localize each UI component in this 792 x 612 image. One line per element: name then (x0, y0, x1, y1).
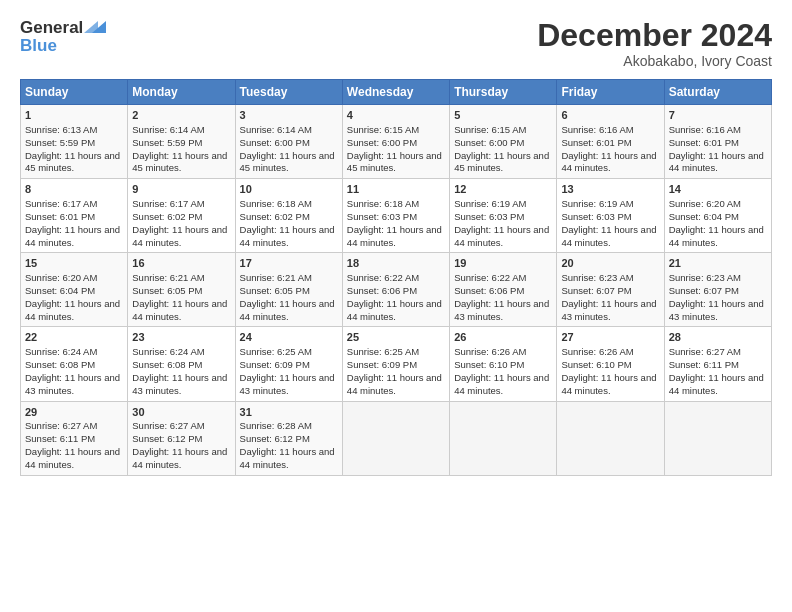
calendar-cell: 15Sunrise: 6:20 AMSunset: 6:04 PMDayligh… (21, 253, 128, 327)
calendar-cell: 22Sunrise: 6:24 AMSunset: 6:08 PMDayligh… (21, 327, 128, 401)
calendar-cell (557, 401, 664, 475)
day-number: 19 (454, 256, 552, 271)
day-number: 23 (132, 330, 230, 345)
day-header: Thursday (450, 80, 557, 105)
day-header: Sunday (21, 80, 128, 105)
day-header: Tuesday (235, 80, 342, 105)
day-header: Monday (128, 80, 235, 105)
calendar-cell: 30Sunrise: 6:27 AMSunset: 6:12 PMDayligh… (128, 401, 235, 475)
calendar-cell: 1Sunrise: 6:13 AMSunset: 5:59 PMDaylight… (21, 105, 128, 179)
day-number: 4 (347, 108, 445, 123)
calendar-cell: 12Sunrise: 6:19 AMSunset: 6:03 PMDayligh… (450, 179, 557, 253)
day-number: 2 (132, 108, 230, 123)
calendar-cell: 31Sunrise: 6:28 AMSunset: 6:12 PMDayligh… (235, 401, 342, 475)
month-title: December 2024 (537, 18, 772, 53)
calendar-cell: 5Sunrise: 6:15 AMSunset: 6:00 PMDaylight… (450, 105, 557, 179)
day-number: 30 (132, 405, 230, 420)
day-number: 20 (561, 256, 659, 271)
calendar-cell: 10Sunrise: 6:18 AMSunset: 6:02 PMDayligh… (235, 179, 342, 253)
calendar-cell: 23Sunrise: 6:24 AMSunset: 6:08 PMDayligh… (128, 327, 235, 401)
day-header: Friday (557, 80, 664, 105)
calendar-cell: 19Sunrise: 6:22 AMSunset: 6:06 PMDayligh… (450, 253, 557, 327)
calendar-cell: 7Sunrise: 6:16 AMSunset: 6:01 PMDaylight… (664, 105, 771, 179)
day-number: 8 (25, 182, 123, 197)
location: Akobakabo, Ivory Coast (537, 53, 772, 69)
calendar-cell: 24Sunrise: 6:25 AMSunset: 6:09 PMDayligh… (235, 327, 342, 401)
title-block: December 2024 Akobakabo, Ivory Coast (537, 18, 772, 69)
calendar-cell: 14Sunrise: 6:20 AMSunset: 6:04 PMDayligh… (664, 179, 771, 253)
logo-icon (84, 19, 106, 35)
logo: General Blue (20, 18, 106, 56)
calendar-cell: 29Sunrise: 6:27 AMSunset: 6:11 PMDayligh… (21, 401, 128, 475)
week-row: 15Sunrise: 6:20 AMSunset: 6:04 PMDayligh… (21, 253, 772, 327)
day-number: 21 (669, 256, 767, 271)
week-row: 1Sunrise: 6:13 AMSunset: 5:59 PMDaylight… (21, 105, 772, 179)
day-number: 22 (25, 330, 123, 345)
week-row: 22Sunrise: 6:24 AMSunset: 6:08 PMDayligh… (21, 327, 772, 401)
calendar-cell: 4Sunrise: 6:15 AMSunset: 6:00 PMDaylight… (342, 105, 449, 179)
day-number: 28 (669, 330, 767, 345)
week-row: 29Sunrise: 6:27 AMSunset: 6:11 PMDayligh… (21, 401, 772, 475)
calendar-cell: 8Sunrise: 6:17 AMSunset: 6:01 PMDaylight… (21, 179, 128, 253)
calendar-cell: 11Sunrise: 6:18 AMSunset: 6:03 PMDayligh… (342, 179, 449, 253)
day-number: 3 (240, 108, 338, 123)
calendar-cell: 3Sunrise: 6:14 AMSunset: 6:00 PMDaylight… (235, 105, 342, 179)
calendar-table: SundayMondayTuesdayWednesdayThursdayFrid… (20, 79, 772, 475)
calendar-cell (664, 401, 771, 475)
day-number: 31 (240, 405, 338, 420)
header-row: SundayMondayTuesdayWednesdayThursdayFrid… (21, 80, 772, 105)
calendar-cell: 20Sunrise: 6:23 AMSunset: 6:07 PMDayligh… (557, 253, 664, 327)
day-header: Saturday (664, 80, 771, 105)
day-number: 27 (561, 330, 659, 345)
day-number: 6 (561, 108, 659, 123)
day-number: 16 (132, 256, 230, 271)
day-number: 18 (347, 256, 445, 271)
calendar-cell: 28Sunrise: 6:27 AMSunset: 6:11 PMDayligh… (664, 327, 771, 401)
day-number: 15 (25, 256, 123, 271)
day-number: 25 (347, 330, 445, 345)
calendar-cell: 18Sunrise: 6:22 AMSunset: 6:06 PMDayligh… (342, 253, 449, 327)
calendar-cell: 26Sunrise: 6:26 AMSunset: 6:10 PMDayligh… (450, 327, 557, 401)
day-number: 13 (561, 182, 659, 197)
calendar-cell (450, 401, 557, 475)
calendar-cell: 16Sunrise: 6:21 AMSunset: 6:05 PMDayligh… (128, 253, 235, 327)
day-number: 11 (347, 182, 445, 197)
day-number: 5 (454, 108, 552, 123)
week-row: 8Sunrise: 6:17 AMSunset: 6:01 PMDaylight… (21, 179, 772, 253)
calendar-cell: 9Sunrise: 6:17 AMSunset: 6:02 PMDaylight… (128, 179, 235, 253)
calendar-cell: 27Sunrise: 6:26 AMSunset: 6:10 PMDayligh… (557, 327, 664, 401)
page: General Blue December 2024 Akobakabo, Iv… (0, 0, 792, 612)
calendar-cell: 25Sunrise: 6:25 AMSunset: 6:09 PMDayligh… (342, 327, 449, 401)
header: General Blue December 2024 Akobakabo, Iv… (20, 18, 772, 69)
day-number: 7 (669, 108, 767, 123)
calendar-cell: 2Sunrise: 6:14 AMSunset: 5:59 PMDaylight… (128, 105, 235, 179)
logo-blue: Blue (20, 36, 57, 56)
svg-marker-1 (84, 21, 98, 33)
day-number: 17 (240, 256, 338, 271)
day-number: 9 (132, 182, 230, 197)
day-number: 12 (454, 182, 552, 197)
day-number: 1 (25, 108, 123, 123)
calendar-cell (342, 401, 449, 475)
logo-general: General (20, 18, 83, 38)
calendar-cell: 21Sunrise: 6:23 AMSunset: 6:07 PMDayligh… (664, 253, 771, 327)
day-header: Wednesday (342, 80, 449, 105)
day-number: 10 (240, 182, 338, 197)
calendar-cell: 13Sunrise: 6:19 AMSunset: 6:03 PMDayligh… (557, 179, 664, 253)
calendar-cell: 17Sunrise: 6:21 AMSunset: 6:05 PMDayligh… (235, 253, 342, 327)
calendar-cell: 6Sunrise: 6:16 AMSunset: 6:01 PMDaylight… (557, 105, 664, 179)
day-number: 29 (25, 405, 123, 420)
day-number: 26 (454, 330, 552, 345)
day-number: 14 (669, 182, 767, 197)
day-number: 24 (240, 330, 338, 345)
